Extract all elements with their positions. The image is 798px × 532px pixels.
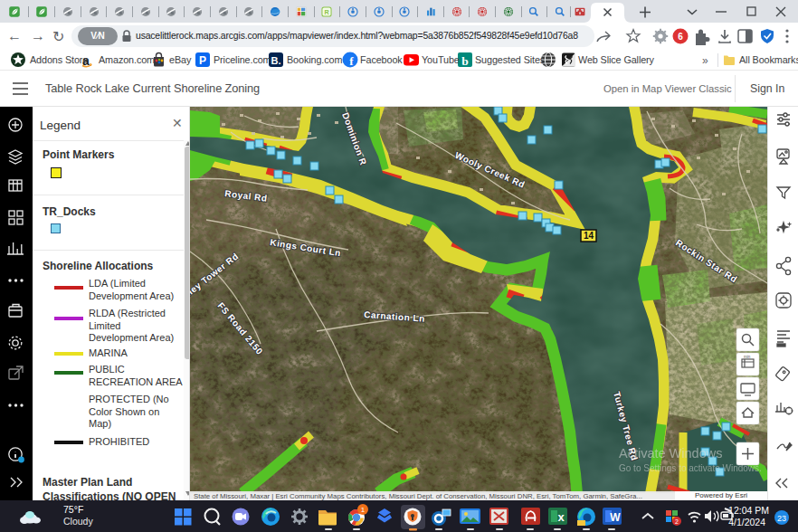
svg-text:»: » xyxy=(702,54,708,67)
svg-text:23: 23 xyxy=(777,514,786,523)
svg-text:75°F: 75°F xyxy=(63,504,83,515)
svg-text:Activate Windows: Activate Windows xyxy=(619,446,722,461)
svg-text:2: 2 xyxy=(675,518,679,525)
svg-text:Cloudy: Cloudy xyxy=(63,516,93,527)
svg-text:f: f xyxy=(349,54,354,68)
svg-text:12:04 PM: 12:04 PM xyxy=(728,505,769,516)
svg-text:4/1/2024: 4/1/2024 xyxy=(728,517,765,527)
svg-text:B.: B. xyxy=(271,55,281,66)
svg-text:P: P xyxy=(199,54,206,67)
svg-text:b: b xyxy=(461,54,469,68)
svg-text:14: 14 xyxy=(584,231,594,241)
svg-text:1: 1 xyxy=(361,506,366,514)
svg-text:min: min xyxy=(744,355,751,359)
svg-text:x: x xyxy=(557,510,565,524)
svg-text:W: W xyxy=(610,511,621,524)
svg-text:6: 6 xyxy=(678,32,683,42)
